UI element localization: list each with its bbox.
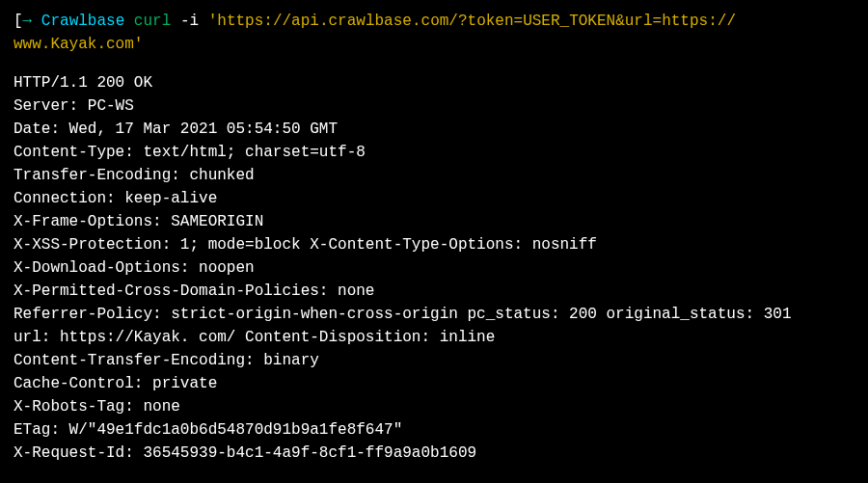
prompt-hostname: Crawlbase (41, 13, 124, 30)
output-line: Transfer-Encoding: chunked (14, 164, 854, 187)
output-line: X-Download-Options: noopen (14, 256, 854, 280)
output-line: Content-Transfer-Encoding: binary (14, 349, 854, 372)
terminal-prompt[interactable]: [→ Crawlbase curl -i 'https://api.crawlb… (14, 10, 854, 56)
prompt-bracket: [ (14, 13, 23, 30)
output-line: Date: Wed, 17 Mar 2021 05:54:50 GMT (14, 118, 854, 141)
output-line: Cache-Control: private (14, 372, 854, 395)
terminal-output: HTTP/1.1 200 OK Server: PC-WS Date: Wed,… (14, 71, 854, 465)
command-url-part2: www.Kayak.com' (14, 36, 143, 53)
output-line: X-Frame-Options: SAMEORIGIN (14, 210, 854, 233)
output-line: Connection: keep-alive (14, 187, 854, 210)
output-line: ETag: W/"49e1fdc1a0b6d54870d91b9a1fe8f64… (14, 418, 854, 442)
command-url-part1: 'https://api.crawlbase.com/?token=USER_T… (208, 13, 736, 30)
output-line: HTTP/1.1 200 OK (14, 71, 854, 94)
output-line: X-XSS-Protection: 1; mode=block X-Conten… (14, 233, 854, 256)
output-line: url: https://Kayak. com/ Content-Disposi… (14, 326, 854, 349)
prompt-arrow: → (23, 13, 33, 30)
output-line: X-Permitted-Cross-Domain-Policies: none (14, 280, 854, 303)
output-line: X-Robots-Tag: none (14, 395, 854, 418)
output-line: Content-Type: text/html; charset=utf-8 (14, 141, 854, 164)
output-line: X-Request-Id: 36545939-b4c1-4a9f-8cf1-ff… (14, 442, 854, 465)
output-line: Server: PC-WS (14, 94, 854, 118)
command-name: curl (134, 13, 171, 30)
command-flag: -i (180, 13, 199, 30)
output-line: Referrer-Policy: strict-origin-when-cros… (14, 303, 854, 326)
